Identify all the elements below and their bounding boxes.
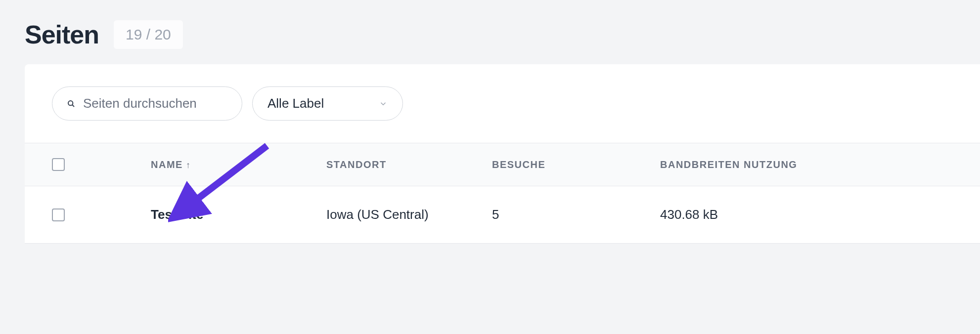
chevron-down-icon (379, 99, 388, 108)
row-checkbox[interactable] (52, 209, 65, 221)
row-visits-cell: 5 (492, 207, 660, 222)
header-name-label: NAME (151, 159, 183, 170)
header-visits-cell[interactable]: BESUCHE (492, 159, 660, 170)
site-location: Iowa (US Central) (326, 207, 429, 222)
header-name-cell[interactable]: NAME↑ (101, 159, 326, 170)
table-header-row: NAME↑ STANDORT BESUCHE BANDBREITEN NUTZU… (25, 143, 980, 186)
label-select-text: Alle Label (267, 96, 324, 111)
content-panel: Alle Label NAME↑ STANDORT BESUCHE BANDBR… (25, 64, 980, 244)
row-bandwidth-cell: 430.68 kB (660, 207, 980, 222)
svg-point-0 (68, 101, 73, 105)
row-location-cell: Iowa (US Central) (326, 207, 492, 222)
row-name-cell: Test Site (101, 207, 326, 222)
select-all-checkbox[interactable] (52, 158, 65, 171)
header-visits-label: BESUCHE (492, 159, 545, 170)
site-name[interactable]: Test Site (151, 207, 203, 222)
site-count-badge: 19 / 20 (114, 20, 183, 49)
search-container (52, 86, 242, 121)
header-bandwidth-cell[interactable]: BANDBREITEN NUTZUNG (660, 159, 980, 170)
search-input[interactable] (83, 96, 244, 111)
page-title: Seiten (25, 20, 99, 49)
header-location-cell[interactable]: STANDORT (326, 159, 492, 170)
site-bandwidth: 430.68 kB (660, 207, 718, 222)
controls-row: Alle Label (25, 64, 980, 143)
header-bandwidth-label: BANDBREITEN NUTZUNG (660, 159, 797, 170)
label-select[interactable]: Alle Label (252, 86, 403, 121)
table-row[interactable]: Test Site Iowa (US Central) 5 430.68 kB (25, 186, 980, 244)
page-header: Seiten 19 / 20 (0, 0, 980, 64)
row-checkbox-cell (25, 209, 101, 221)
sort-arrow-icon: ↑ (186, 160, 190, 170)
site-visits: 5 (492, 207, 499, 222)
header-location-label: STANDORT (326, 159, 387, 170)
svg-line-1 (72, 105, 74, 107)
search-icon (67, 100, 75, 108)
header-checkbox-cell (25, 158, 101, 171)
